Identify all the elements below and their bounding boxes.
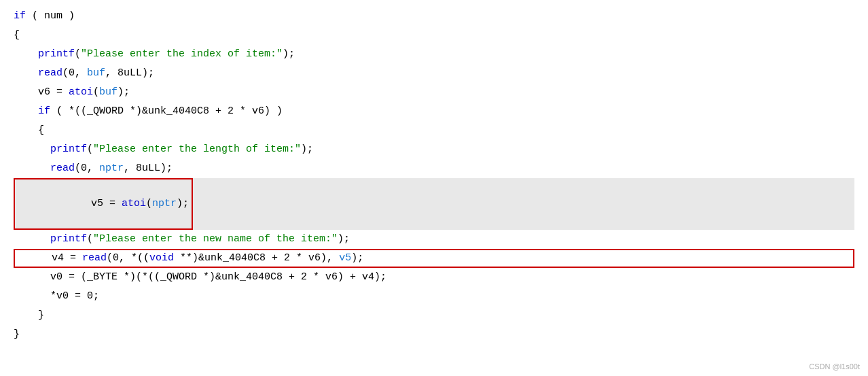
code-line-8: printf("Please enter the length of item:… [14,140,854,159]
highlighted-box-v5: v5 = atoi(nptr); [14,178,193,230]
fn-read: read [38,65,62,82]
code-line-7: { [14,121,854,140]
fn-read-2: read [50,160,75,177]
fn-printf: printf [38,46,75,63]
code-line-15: } [14,306,854,325]
watermark: CSDN @l1s00t [809,362,860,371]
fn-atoi: atoi [69,84,93,101]
code-line-12: v4 = read(0, *((void **)&unk_4040C8 + 2 … [14,249,854,268]
code-line-1: if ( num ) [14,7,854,26]
code-line-9: read(0, nptr, 8uLL); [14,159,854,178]
code-line-13: v0 = (_BYTE *)(*((_QWORD *)&unk_4040C8 +… [14,268,854,287]
fn-printf-3: printf [50,231,87,247]
code-line-4: read(0, buf, 8uLL); [14,64,854,83]
code-line-14: *v0 = 0; [14,287,854,306]
code-line-2: { [14,26,854,45]
code-line-6: if ( *((_QWORD *)&unk_4040C8 + 2 * v6) ) [14,102,854,121]
fn-read-3: read [82,250,107,267]
code-line-5: v6 = atoi(buf); [14,83,854,102]
code-line-10: v5 = atoi(nptr); [14,178,854,230]
code-line-3: printf("Please enter the index of item:"… [14,45,854,64]
code-container: if ( num ) { printf("Please enter the in… [0,0,868,376]
keyword-if: if [14,8,26,24]
fn-printf-2: printf [50,141,87,158]
code-line-16: } [14,325,854,344]
code-line-11: printf("Please enter the new name of the… [14,230,854,249]
